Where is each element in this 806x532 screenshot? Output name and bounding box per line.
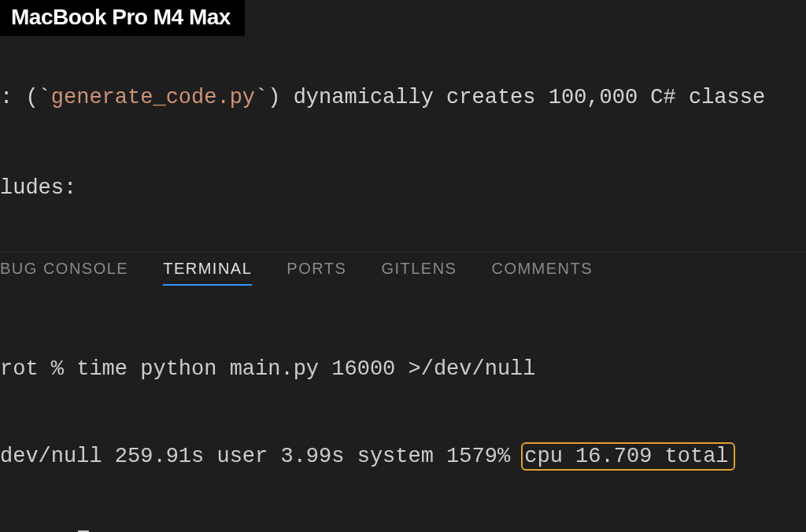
- tab-debug-console[interactable]: BUG CONSOLE: [0, 255, 128, 286]
- terminal-output[interactable]: rot % time python main.py 16000 >/dev/nu…: [0, 297, 806, 532]
- overlay-badge: MacBook Pro M4 Max: [0, 0, 245, 36]
- filename-token: generate_code.py: [51, 86, 255, 109]
- tab-ports[interactable]: PORTS: [287, 255, 346, 286]
- code-line: ludes:: [0, 173, 806, 203]
- editor-area[interactable]: : (`generate_code.py`) dynamically creat…: [0, 22, 806, 244]
- terminal-prompt-line: rot %: [0, 529, 806, 532]
- tab-terminal[interactable]: TERMINAL: [163, 255, 252, 286]
- code-line: : (`generate_code.py`) dynamically creat…: [0, 83, 806, 113]
- terminal-line: rot % time python main.py 16000 >/dev/nu…: [0, 355, 806, 384]
- timing-highlight: cpu 16.709 total: [521, 442, 734, 471]
- tab-comments[interactable]: COMMENTS: [491, 255, 593, 286]
- panel-tabs: BUG CONSOLE TERMINAL PORTS GITLENS COMME…: [0, 252, 806, 285]
- overlay-title: MacBook Pro M4 Max: [11, 5, 231, 29]
- terminal-line: dev/null 259.91s user 3.99s system 1579%…: [0, 442, 806, 471]
- tab-gitlens[interactable]: GITLENS: [381, 255, 457, 286]
